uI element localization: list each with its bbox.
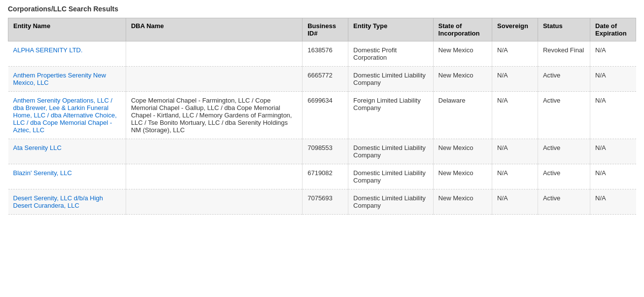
results-table: Entity Name DBA Name Business ID# Entity… [8,18,636,215]
status-cell: Active [538,67,590,92]
business-id-cell: 7098553 [303,139,348,164]
entity-type-cell: Domestic Limited Liability Company [348,164,434,189]
page-container: Corporations/LLC Search Results Entity N… [0,0,644,220]
dba-name-cell [126,139,302,164]
date-of-expiration-cell: N/A [590,41,636,67]
status-cell: Active [538,189,590,215]
status-cell: Revoked Final [538,41,590,67]
dba-name-cell [126,67,302,92]
table-row: Ata Serenity LLC7098553Domestic Limited … [8,139,636,164]
col-header-status: Status [538,18,590,41]
col-header-date-of-expiration: Date of Expiration [590,18,636,41]
col-header-dba-name: DBA Name [126,18,302,41]
entity-name-cell: Anthem Serenity Operations, LLC / dba Br… [8,92,126,139]
col-header-business-id: Business ID# [303,18,348,41]
entity-type-cell: Domestic Limited Liability Company [348,189,434,215]
table-row: Blazin' Serenity, LLC6719082Domestic Lim… [8,164,636,189]
table-row: Anthem Properties Serenity New Mexico, L… [8,67,636,92]
entity-name-cell: Desert Serenity, LLC d/b/a High Desert C… [8,189,126,215]
page-title: Corporations/LLC Search Results [8,5,636,13]
sovereign-cell: N/A [492,189,538,215]
table-row: ALPHA SERENITY LTD.1638576Domestic Profi… [8,41,636,67]
col-header-sovereign: Sovereign [492,18,538,41]
entity-name-cell: Blazin' Serenity, LLC [8,164,126,189]
entity-name-link[interactable]: Blazin' Serenity, LLC [13,169,72,177]
state-of-incorporation-cell: New Mexico [433,41,492,67]
business-id-cell: 7075693 [303,189,348,215]
sovereign-cell: N/A [492,41,538,67]
state-of-incorporation-cell: New Mexico [433,67,492,92]
status-cell: Active [538,92,590,139]
business-id-cell: 6719082 [303,164,348,189]
status-cell: Active [538,164,590,189]
sovereign-cell: N/A [492,164,538,189]
dba-name-cell [126,189,302,215]
business-id-cell: 6665772 [303,67,348,92]
state-of-incorporation-cell: Delaware [433,92,492,139]
entity-type-cell: Domestic Profit Corporation [348,41,434,67]
state-of-incorporation-cell: New Mexico [433,189,492,215]
table-header-row: Entity Name DBA Name Business ID# Entity… [8,18,636,41]
date-of-expiration-cell: N/A [590,139,636,164]
col-header-entity-type: Entity Type [348,18,434,41]
entity-name-link[interactable]: Anthem Serenity Operations, LLC / dba Br… [13,97,117,134]
date-of-expiration-cell: N/A [590,189,636,215]
date-of-expiration-cell: N/A [590,164,636,189]
entity-type-cell: Domestic Limited Liability Company [348,139,434,164]
sovereign-cell: N/A [492,139,538,164]
entity-name-link[interactable]: Desert Serenity, LLC d/b/a High Desert C… [13,194,103,209]
entity-type-cell: Foreign Limited Liability Company [348,92,434,139]
state-of-incorporation-cell: New Mexico [433,139,492,164]
entity-name-cell: ALPHA SERENITY LTD. [8,41,126,67]
business-id-cell: 1638576 [303,41,348,67]
entity-type-cell: Domestic Limited Liability Company [348,67,434,92]
dba-name-cell [126,41,302,67]
sovereign-cell: N/A [492,92,538,139]
table-row: Desert Serenity, LLC d/b/a High Desert C… [8,189,636,215]
entity-name-cell: Anthem Properties Serenity New Mexico, L… [8,67,126,92]
state-of-incorporation-cell: New Mexico [433,164,492,189]
date-of-expiration-cell: N/A [590,67,636,92]
dba-name-cell: Cope Memorial Chapel - Farmington, LLC /… [126,92,302,139]
date-of-expiration-cell: N/A [590,92,636,139]
col-header-entity-name: Entity Name [8,18,126,41]
dba-name-cell [126,164,302,189]
sovereign-cell: N/A [492,67,538,92]
business-id-cell: 6699634 [303,92,348,139]
entity-name-cell: Ata Serenity LLC [8,139,126,164]
entity-name-link[interactable]: ALPHA SERENITY LTD. [13,46,83,54]
entity-name-link[interactable]: Ata Serenity LLC [13,144,62,151]
status-cell: Active [538,139,590,164]
entity-name-link[interactable]: Anthem Properties Serenity New Mexico, L… [13,72,106,86]
col-header-state-of-incorporation: State of Incorporation [433,18,492,41]
table-row: Anthem Serenity Operations, LLC / dba Br… [8,92,636,139]
